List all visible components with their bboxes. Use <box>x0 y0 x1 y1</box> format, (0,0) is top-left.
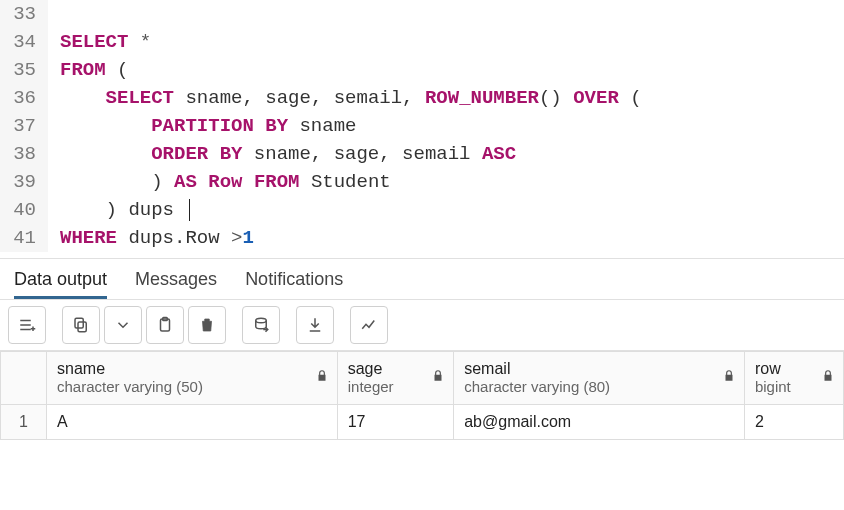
code-line[interactable]: 37 PARTITION BY sname <box>0 112 844 140</box>
col-header-sname[interactable]: sname character varying (50) <box>47 352 338 405</box>
code-line[interactable]: 34SELECT * <box>0 28 844 56</box>
col-header-row[interactable]: row bigint <box>744 352 843 405</box>
code-line[interactable]: 38 ORDER BY sname, sage, semail ASC <box>0 140 844 168</box>
code-line[interactable]: 39 ) AS Row FROM Student <box>0 168 844 196</box>
line-number: 41 <box>0 224 48 252</box>
code-line[interactable]: 35FROM ( <box>0 56 844 84</box>
code-line[interactable]: 36 SELECT sname, sage, semail, ROW_NUMBE… <box>0 84 844 112</box>
code-line[interactable]: 33 <box>0 0 844 28</box>
row-number: 1 <box>1 405 47 440</box>
add-row-button[interactable] <box>8 306 46 344</box>
lock-icon <box>315 369 329 387</box>
copy-dropdown-button[interactable] <box>104 306 142 344</box>
grid-header-row: sname character varying (50) sage intege… <box>1 352 844 405</box>
col-type: character varying (80) <box>464 378 610 395</box>
line-number: 40 <box>0 196 48 224</box>
line-number: 37 <box>0 112 48 140</box>
grid-corner <box>1 352 47 405</box>
svg-rect-1 <box>75 318 83 328</box>
code-content[interactable]: ) AS Row FROM Student <box>48 168 391 196</box>
code-content[interactable] <box>48 0 60 28</box>
tab-notifications[interactable]: Notifications <box>245 269 343 299</box>
col-header-sage[interactable]: sage integer <box>337 352 453 405</box>
paste-button[interactable] <box>146 306 184 344</box>
cell-sage[interactable]: 17 <box>337 405 453 440</box>
result-tabs: Data output Messages Notifications <box>0 258 844 299</box>
line-number: 34 <box>0 28 48 56</box>
code-content[interactable]: WHERE dups.Row >1 <box>48 224 254 252</box>
code-content[interactable]: ) dups <box>48 196 190 224</box>
line-number: 36 <box>0 84 48 112</box>
tab-messages[interactable]: Messages <box>135 269 217 299</box>
code-content[interactable]: SELECT * <box>48 28 151 56</box>
table-row[interactable]: 1 A 17 ab@gmail.com 2 <box>1 405 844 440</box>
code-content[interactable]: SELECT sname, sage, semail, ROW_NUMBER()… <box>48 84 642 112</box>
lock-icon <box>431 369 445 387</box>
sql-editor[interactable]: 3334SELECT *35FROM (36 SELECT sname, sag… <box>0 0 844 252</box>
text-cursor <box>189 199 190 221</box>
results-grid[interactable]: sname character varying (50) sage intege… <box>0 351 844 440</box>
svg-rect-0 <box>78 322 86 332</box>
line-number: 39 <box>0 168 48 196</box>
lock-icon <box>821 369 835 387</box>
col-name: semail <box>464 360 734 378</box>
code-content[interactable]: PARTITION BY sname <box>48 112 356 140</box>
svg-point-4 <box>256 318 267 323</box>
col-type: bigint <box>755 378 791 395</box>
delete-button[interactable] <box>188 306 226 344</box>
code-content[interactable]: FROM ( <box>48 56 128 84</box>
code-content[interactable]: ORDER BY sname, sage, semail ASC <box>48 140 516 168</box>
line-number: 33 <box>0 0 48 28</box>
cell-semail[interactable]: ab@gmail.com <box>454 405 745 440</box>
code-line[interactable]: 41WHERE dups.Row >1 <box>0 224 844 252</box>
line-number: 35 <box>0 56 48 84</box>
col-type: character varying (50) <box>57 378 203 395</box>
col-name: sname <box>57 360 327 378</box>
line-number: 38 <box>0 140 48 168</box>
col-header-semail[interactable]: semail character varying (80) <box>454 352 745 405</box>
graph-button[interactable] <box>350 306 388 344</box>
code-line[interactable]: 40 ) dups <box>0 196 844 224</box>
col-name: sage <box>348 360 443 378</box>
cell-sname[interactable]: A <box>47 405 338 440</box>
cell-row[interactable]: 2 <box>744 405 843 440</box>
save-data-button[interactable] <box>242 306 280 344</box>
results-toolbar <box>0 299 844 351</box>
copy-button[interactable] <box>62 306 100 344</box>
col-type: integer <box>348 378 394 395</box>
lock-icon <box>722 369 736 387</box>
tab-data-output[interactable]: Data output <box>14 269 107 299</box>
download-button[interactable] <box>296 306 334 344</box>
